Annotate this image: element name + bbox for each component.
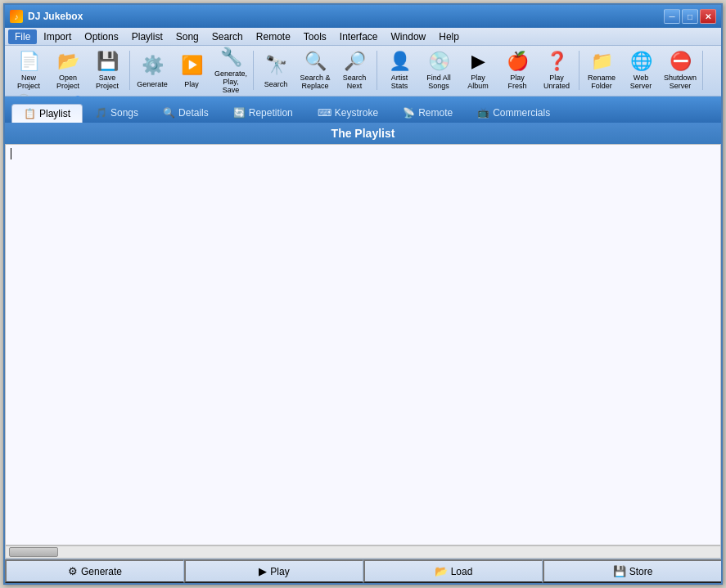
bottom-generate-label: Generate <box>81 566 122 577</box>
bottom-generate-button[interactable]: ⚙ Generate <box>5 559 184 583</box>
menu-options[interactable]: Options <box>78 29 124 44</box>
shutdown-server-button[interactable]: ⛔ Shutdown Server <box>661 49 699 92</box>
search-replace-icon: 🔍 <box>302 51 328 72</box>
titlebar: ♪ DJ Jukebox ─ □ ✕ <box>5 5 721 28</box>
tab-commercials[interactable]: 📺 Commercials <box>465 103 562 123</box>
toolbar-separator-3 <box>377 51 377 90</box>
save-project-icon: 💾 <box>94 51 120 72</box>
rename-folder-button[interactable]: 📁 Rename Folder <box>583 49 620 92</box>
play-album-button[interactable]: ▶ Play Album <box>459 49 497 92</box>
horizontal-scrollbar[interactable] <box>5 545 721 559</box>
menu-search[interactable]: Search <box>205 29 250 44</box>
search-binoculars-icon: 🔭 <box>263 52 289 79</box>
search-label: Search <box>264 80 288 88</box>
tab-keystroke-label: Keystroke <box>335 107 378 119</box>
play-album-icon: ▶ <box>465 51 491 72</box>
play-unrated-button[interactable]: ❓ Play Unrated <box>538 49 575 92</box>
close-button[interactable]: ✕ <box>700 9 716 24</box>
menu-song[interactable]: Song <box>169 29 205 44</box>
search-replace-button[interactable]: 🔍 Search & Replace <box>296 49 334 92</box>
web-server-button[interactable]: 🌐 Web Server <box>622 49 660 92</box>
bottom-store-button[interactable]: 💾 Store <box>543 559 721 583</box>
repetition-tab-icon: 🔄 <box>233 107 246 119</box>
tab-remote-label: Remote <box>418 107 453 119</box>
generate-icon: ⚙️ <box>139 52 165 79</box>
app-icon: ♪ <box>10 10 23 23</box>
artist-stats-button[interactable]: 👤 Artist Stats <box>381 49 418 92</box>
rename-folder-icon: 📁 <box>588 51 615 72</box>
bottom-store-icon: 💾 <box>613 565 626 577</box>
shutdown-server-label: Shutdown Server <box>664 74 697 90</box>
tab-songs-label: Songs <box>110 107 138 119</box>
shutdown-server-icon: ⛔ <box>667 51 693 72</box>
bottom-play-icon: ▶ <box>259 565 267 577</box>
menu-file[interactable]: File <box>8 29 37 44</box>
remote-tab-icon: 📡 <box>403 107 415 119</box>
open-project-button[interactable]: 📂 Open Project <box>49 49 87 92</box>
playlist-content[interactable] <box>5 144 721 545</box>
content-header: The Playlist <box>5 123 721 144</box>
find-all-songs-label: Find All Songs <box>426 74 451 90</box>
text-cursor <box>11 148 11 159</box>
details-tab-icon: 🔍 <box>163 107 175 119</box>
bottom-load-button[interactable]: 📂 Load <box>363 559 543 583</box>
new-project-label: New Project <box>17 74 40 90</box>
content-area <box>5 144 721 545</box>
play-unrated-label: Play Unrated <box>543 74 570 90</box>
tab-commercials-label: Commercials <box>493 107 550 119</box>
menu-tools[interactable]: Tools <box>297 29 333 44</box>
menu-playlist[interactable]: Playlist <box>125 29 169 44</box>
save-project-button[interactable]: 💾 Save Project <box>88 49 126 92</box>
save-project-label: Save Project <box>96 74 119 90</box>
play-unrated-icon: ❓ <box>543 51 570 72</box>
rename-folder-label: Rename Folder <box>588 74 616 90</box>
search-next-label: Search Next <box>343 74 367 90</box>
tab-details[interactable]: 🔍 Details <box>151 103 221 123</box>
generate-play-save-label: Generate, Play, Save <box>214 70 247 94</box>
minimize-button[interactable]: ─ <box>664 9 680 24</box>
bottom-play-button[interactable]: ▶ Play <box>184 559 363 583</box>
generate-play-save-button[interactable]: 🔧 Generate, Play, Save <box>212 49 250 92</box>
new-project-icon: 📄 <box>16 51 42 72</box>
menu-interface[interactable]: Interface <box>333 29 385 44</box>
open-project-label: Open Project <box>56 74 79 90</box>
menu-remote[interactable]: Remote <box>250 29 297 44</box>
menu-window[interactable]: Window <box>385 29 433 44</box>
search-button[interactable]: 🔭 Search <box>257 49 295 92</box>
bottom-play-label: Play <box>270 566 289 577</box>
tab-remote[interactable]: 📡 Remote <box>390 103 465 123</box>
bottom-generate-icon: ⚙ <box>68 565 78 577</box>
content-title: The Playlist <box>331 127 395 140</box>
new-project-button[interactable]: 📄 New Project <box>10 49 47 92</box>
generate-button[interactable]: ⚙️ Generate <box>133 49 171 92</box>
toolbar-separator-4 <box>579 51 579 90</box>
tab-playlist[interactable]: 📋 Playlist <box>11 104 83 123</box>
tab-playlist-label: Playlist <box>39 108 70 119</box>
artist-stats-icon: 👤 <box>386 51 413 72</box>
tab-songs[interactable]: 🎵 Songs <box>83 103 151 123</box>
bottom-store-label: Store <box>629 566 653 577</box>
maximize-button[interactable]: □ <box>682 9 698 24</box>
artist-stats-label: Artist Stats <box>391 74 408 90</box>
play-icon: ▶️ <box>178 52 205 79</box>
menu-help[interactable]: Help <box>432 29 466 44</box>
search-next-button[interactable]: 🔎 Search Next <box>336 49 373 92</box>
find-all-songs-icon: 💿 <box>426 51 452 72</box>
play-fresh-button[interactable]: 🍎 Play Fresh <box>498 49 536 92</box>
songs-tab-icon: 🎵 <box>95 107 107 119</box>
commercials-tab-icon: 📺 <box>477 107 489 119</box>
main-window: ♪ DJ Jukebox ─ □ ✕ File Import Options P… <box>3 3 723 585</box>
play-button[interactable]: ▶️ Play <box>173 49 210 92</box>
find-all-songs-button[interactable]: 💿 Find All Songs <box>420 49 458 92</box>
tab-keystroke[interactable]: ⌨ Keystroke <box>305 103 390 123</box>
window-title: DJ Jukebox <box>28 11 83 22</box>
tab-details-label: Details <box>178 107 209 119</box>
menu-import[interactable]: Import <box>37 29 78 44</box>
web-server-icon: 🌐 <box>628 51 654 72</box>
toolbar-separator-2 <box>253 51 254 90</box>
tab-repetition[interactable]: 🔄 Repetition <box>221 103 305 123</box>
hscrollbar-thumb[interactable] <box>9 547 58 557</box>
play-label: Play <box>184 80 199 88</box>
play-fresh-label: Play Fresh <box>507 74 526 90</box>
play-fresh-icon: 🍎 <box>504 51 530 72</box>
